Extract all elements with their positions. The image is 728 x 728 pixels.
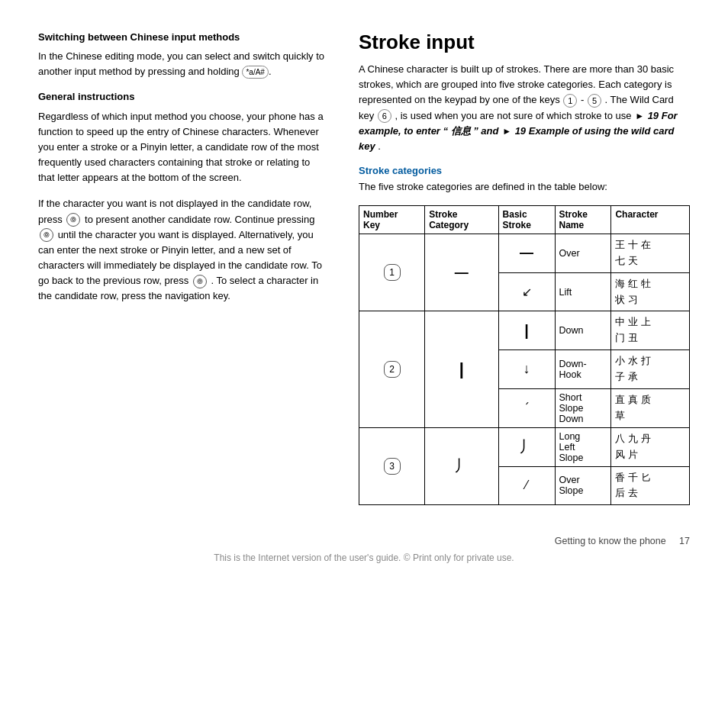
table-row: 3 丿 丿 LongLeftSlope 八 九 丹风 片 — [359, 427, 690, 466]
arrow-ref-icon1: ► — [635, 109, 644, 124]
characters-down: 中 业 上门 丑 — [611, 311, 690, 350]
stroke-categories-desc: The five stroke categories are defined i… — [359, 179, 690, 195]
num-key-2: 2 — [384, 361, 401, 378]
key-cell-3: 3 — [359, 427, 425, 505]
col-header-basic-stroke: BasicStroke — [498, 206, 555, 234]
stroke-categories-title: Stroke categories — [359, 165, 690, 176]
stroke-name-down: Down — [555, 311, 611, 350]
stroke-name-long-left: LongLeftSlope — [555, 427, 611, 466]
stroke-input-title: Stroke input — [359, 31, 690, 54]
num-key-1: 1 — [384, 264, 401, 281]
col-header-stroke-name: StrokeName — [555, 206, 611, 234]
stroke-name-over: Over — [555, 234, 611, 273]
page-layout: Switching between Chinese input methods … — [38, 31, 690, 505]
basic-stroke-lift: ↙ — [498, 272, 555, 311]
section1-title: Switching between Chinese input methods — [38, 31, 328, 44]
nav-circle-icon: ◎ — [66, 213, 80, 227]
characters-over: 王 十 在七 天 — [611, 234, 690, 273]
characters-down-hook: 小 水 打子 承 — [611, 350, 690, 388]
key-star-icon: *a/A# — [242, 66, 268, 79]
num-key-3: 3 — [384, 458, 401, 475]
key-cell-1: 1 — [359, 234, 425, 311]
section2-para1: Regardless of which input method you cho… — [38, 109, 328, 186]
category-stroke-1: — — [425, 234, 498, 311]
footer-internet-notice: This is the Internet version of the user… — [38, 552, 690, 563]
right-column: Stroke input A Chinese character is buil… — [359, 31, 690, 505]
basic-stroke-down: | — [498, 311, 555, 350]
characters-over-slope: 香 千 匕后 去 — [611, 466, 690, 505]
section1-para: In the Chinese editing mode, you can sel… — [38, 49, 328, 79]
table-header-row: NumberKey StrokeCategory BasicStroke Str… — [359, 206, 690, 234]
stroke-name-lift: Lift — [555, 272, 611, 311]
key-6-icon: 6 — [378, 109, 391, 123]
table-row: 2 | | Down 中 业 上门 丑 — [359, 311, 690, 350]
nav-circle-icon2: ◎ — [40, 228, 53, 242]
key-5-icon: 5 — [588, 94, 601, 108]
stroke-name-over-slope: OverSlope — [555, 466, 611, 505]
page-footer: Getting to know the phone 17 This is the… — [38, 536, 690, 563]
table-row: 1 — — Over 王 十 在七 天 — [359, 234, 690, 273]
key-cell-2: 2 — [359, 311, 425, 427]
stroke-name-short-slope: ShortSlopeDown — [555, 388, 611, 427]
basic-stroke-down-hook: ↓ — [498, 350, 555, 388]
basic-stroke-short-slope: ˊ — [498, 388, 555, 427]
nav-circle-icon3: ◎ — [193, 275, 207, 288]
left-column: Switching between Chinese input methods … — [38, 31, 328, 505]
arrow-ref-icon2: ► — [502, 124, 511, 139]
characters-long-left: 八 九 丹风 片 — [611, 427, 690, 466]
section2-title: General instructions — [38, 90, 328, 104]
col-header-number-key: NumberKey — [359, 206, 425, 234]
basic-stroke-over: — — [498, 234, 555, 273]
basic-stroke-long-left: 丿 — [498, 427, 555, 466]
col-header-character: Character — [611, 206, 690, 234]
characters-lift: 海 红 牡状 习 — [611, 272, 690, 311]
stroke-intro: A Chinese character is built up of strok… — [359, 62, 690, 154]
characters-short-slope: 直 真 质草 — [611, 388, 690, 427]
key-1-icon: 1 — [563, 94, 577, 108]
stroke-table: NumberKey StrokeCategory BasicStroke Str… — [359, 205, 690, 505]
basic-stroke-over-slope: ⁄ — [498, 466, 555, 505]
section2-para2: If the character you want is not display… — [38, 196, 328, 304]
col-header-stroke-category: StrokeCategory — [425, 206, 498, 234]
category-stroke-2: | — [425, 311, 498, 427]
stroke-name-down-hook: Down-Hook — [555, 350, 611, 388]
footer-page-info: Getting to know the phone 17 — [38, 536, 690, 546]
category-stroke-3: 丿 — [425, 427, 498, 505]
